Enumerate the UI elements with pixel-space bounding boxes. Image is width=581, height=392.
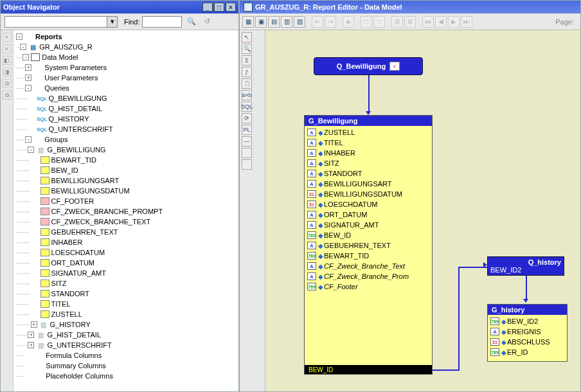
expander-icon[interactable]: - bbox=[25, 136, 31, 143]
gutter-add-icon[interactable]: + bbox=[3, 33, 12, 42]
group-column[interactable]: A◆EREIGNIS bbox=[489, 326, 566, 337]
tool-plsql-icon[interactable]: PL bbox=[242, 125, 252, 135]
tree-node[interactable]: ··········STANDORT bbox=[13, 289, 238, 299]
minimize-icon[interactable]: _ bbox=[202, 3, 213, 12]
tree-node[interactable]: ········+▥G_HIST_DETAIL bbox=[13, 330, 238, 340]
tool-extra2-icon[interactable] bbox=[242, 159, 252, 170]
group-g-bewilligung[interactable]: G_Bewilligung A◆ZUSTELLA◆TITELA◆INHABERA… bbox=[304, 115, 433, 375]
group-column[interactable]: A◆SIGNATUR_AMT bbox=[306, 220, 431, 230]
tree-node[interactable]: ······Summary Columns bbox=[13, 361, 238, 371]
tool-refcur-icon[interactable]: ⟳ bbox=[242, 113, 252, 123]
tree-node[interactable]: ··········BEWILLIGUNGSDATUM bbox=[13, 186, 238, 196]
find-input[interactable] bbox=[142, 16, 182, 28]
expander-icon[interactable]: - bbox=[16, 33, 22, 40]
tb-btn-f[interactable]: ⊞ bbox=[391, 16, 403, 28]
tree-node[interactable]: ······-Groups bbox=[13, 134, 238, 145]
tree-node[interactable]: ··········ZUSTELL bbox=[13, 309, 238, 319]
tree-node[interactable]: ··········CF_FOOTER bbox=[13, 196, 238, 206]
tb-last-page-icon[interactable]: ⏭ bbox=[461, 16, 472, 28]
tool-link-icon[interactable]: — bbox=[242, 136, 252, 147]
combo-dropdown-icon[interactable]: ▾ bbox=[107, 16, 118, 28]
tree-node[interactable]: ··········GEBUEHREN_TEXT bbox=[13, 227, 238, 237]
tree-node[interactable]: ····-Data Model bbox=[13, 52, 238, 62]
expander-icon[interactable]: - bbox=[25, 85, 31, 91]
tree-node[interactable]: ········-▥G_BEWILLIGUNG bbox=[13, 145, 238, 155]
tb-next-page-icon[interactable]: ▶ bbox=[448, 16, 460, 28]
query-q-bewilligung[interactable]: Q_Bewilligung ≡ bbox=[314, 57, 423, 75]
view-paper-icon[interactable]: ▧ bbox=[294, 16, 305, 28]
expander-icon[interactable]: + bbox=[25, 75, 31, 81]
tool-select-icon[interactable]: ↖ bbox=[242, 32, 252, 42]
tb-btn-e[interactable]: □ bbox=[373, 16, 385, 28]
group-column[interactable]: A◆GEBUEHREN_TEXT bbox=[306, 240, 431, 251]
group-column[interactable]: A◆ORT_DATUM bbox=[306, 209, 431, 220]
tb-btn-a[interactable]: ⇤ bbox=[312, 16, 323, 28]
tree-node[interactable]: ··-▦GR_AUSZUG_R bbox=[13, 42, 238, 52]
tree-node[interactable]: ········SQLQ_HIST_DETAIL bbox=[13, 103, 238, 114]
tree-node[interactable]: ······+User Parameters bbox=[13, 73, 238, 83]
view-paramform-icon[interactable]: ▤ bbox=[268, 16, 280, 28]
expander-icon[interactable]: + bbox=[28, 332, 34, 338]
nav-tree[interactable]: -Reports··-▦GR_AUSZUG_R····-Data Model··… bbox=[13, 30, 238, 391]
tree-node[interactable]: ··········BEWART_TID bbox=[13, 155, 238, 165]
group-column[interactable]: A◆BEWILLIGUNGSART bbox=[306, 179, 431, 189]
tree-node[interactable]: ··········TITEL bbox=[13, 299, 238, 309]
query-sql-icon[interactable]: ≡ bbox=[389, 62, 400, 71]
find-next-icon[interactable]: 🔍 bbox=[186, 16, 197, 28]
expander-icon[interactable]: + bbox=[28, 342, 34, 348]
gutter-expand-icon[interactable]: ◧ bbox=[3, 56, 12, 65]
group-column[interactable]: A◆SITZ bbox=[306, 158, 431, 168]
tree-node[interactable]: -Reports bbox=[13, 31, 238, 42]
tree-node[interactable]: ········SQLQ_HISTORY bbox=[13, 114, 238, 124]
tree-node[interactable]: ··········BEW_ID bbox=[13, 165, 238, 175]
expander-icon[interactable]: + bbox=[25, 64, 31, 71]
group-column[interactable]: 789◆BEW_ID bbox=[306, 230, 431, 240]
group-g-history[interactable]: G_history 789◆BEW_ID2A◆EREIGNIS31◆ABSCHL… bbox=[487, 304, 568, 362]
tree-node[interactable]: ······+System Parameters bbox=[13, 62, 238, 73]
group-column[interactable]: 789◆BEWART_TID bbox=[306, 251, 431, 261]
maximize-icon[interactable]: □ bbox=[214, 3, 224, 12]
tree-node[interactable]: ··········CF_ZWECK_BRANCHE_PROMPT bbox=[13, 206, 238, 217]
tree-node[interactable]: ········SQLQ_BEWILLIGUNG bbox=[13, 93, 238, 103]
tool-formula-icon[interactable]: ƒ bbox=[242, 67, 252, 77]
tb-prev-page-icon[interactable]: ◀ bbox=[435, 16, 447, 28]
tool-crossprod-icon[interactable]: a×b bbox=[242, 90, 252, 100]
group-column[interactable]: A◆ZUSTELL bbox=[306, 127, 431, 138]
view-web-icon[interactable]: ▥ bbox=[281, 16, 292, 28]
tree-node[interactable]: ······-Queries bbox=[13, 83, 238, 93]
group-column[interactable]: 789◆ER_ID bbox=[489, 347, 566, 357]
nav-titlebar[interactable]: Object Navigator _ □ × bbox=[1, 1, 238, 13]
group-column[interactable]: 31◆ABSCHLUSS bbox=[489, 337, 566, 347]
tb-btn-g[interactable]: ⊞ bbox=[404, 16, 416, 28]
data-model-canvas[interactable]: Q_Bewilligung ≡ G_Bewilligung A◆ZUSTELLA… bbox=[265, 30, 580, 391]
tree-node[interactable]: ··········SITZ bbox=[13, 278, 238, 289]
tree-node[interactable]: ··········+▥G_HISTORY bbox=[13, 319, 238, 330]
gutter-copy-icon[interactable]: ⧉ bbox=[3, 91, 12, 100]
tool-sql-icon[interactable]: SQL bbox=[242, 102, 252, 112]
group-column[interactable]: A◆TITEL bbox=[306, 138, 431, 148]
tool-extra1-icon[interactable] bbox=[242, 148, 252, 158]
find-prev-icon[interactable]: ↺ bbox=[201, 16, 213, 28]
group-column[interactable]: A◆CF_Zweck_Branche_Prom bbox=[306, 271, 431, 281]
tb-btn-b[interactable]: ⇥ bbox=[325, 16, 336, 28]
editor-titlebar[interactable]: GR_AUSZUG_R: Report Editor - Data Model bbox=[240, 1, 580, 13]
view-layout-icon[interactable]: ▣ bbox=[255, 16, 267, 28]
tree-node[interactable]: ········SQLQ_UNTERSCHRIFT bbox=[13, 124, 238, 134]
tb-btn-d[interactable]: □ bbox=[361, 16, 372, 28]
tree-node[interactable]: ··········CF_ZWECK_BRANCHE_TEXT bbox=[13, 217, 238, 227]
tb-first-page-icon[interactable]: ⏮ bbox=[422, 16, 434, 28]
group-column[interactable]: A◆INHABER bbox=[306, 148, 431, 158]
close-icon[interactable]: × bbox=[226, 3, 236, 12]
expander-icon[interactable]: - bbox=[22, 54, 29, 60]
expander-icon[interactable]: - bbox=[20, 44, 26, 50]
tree-node[interactable]: ··········SIGNATUR_AMT bbox=[13, 268, 238, 278]
tool-magnify-icon[interactable]: 🔍 bbox=[242, 44, 252, 54]
group-column[interactable]: A◆CF_Zweck_Branche_Text bbox=[306, 261, 431, 271]
tool-summary-icon[interactable]: Σ bbox=[242, 55, 252, 66]
tree-node[interactable]: ··········BEWILLIGUNGSART bbox=[13, 175, 238, 186]
tree-node[interactable]: ··········ORT_DATUM bbox=[13, 258, 238, 268]
gutter-collapse-icon[interactable]: ◨ bbox=[3, 67, 12, 76]
group-column[interactable]: 789◆CF_Footer bbox=[306, 281, 431, 292]
tree-node[interactable]: ··········INHABER bbox=[13, 237, 238, 247]
tree-node[interactable]: ······Placeholder Columns bbox=[13, 371, 238, 381]
